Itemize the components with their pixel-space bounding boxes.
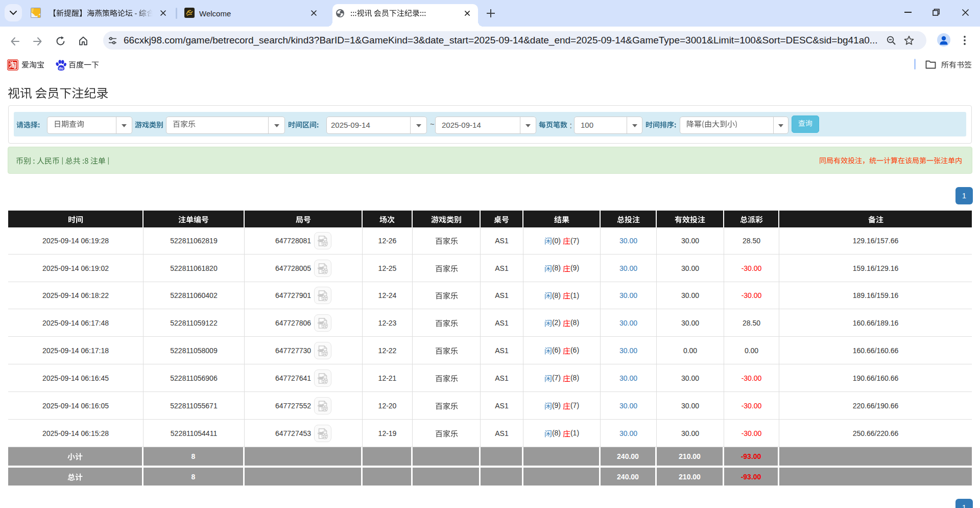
svg-text:du: du	[59, 66, 64, 71]
